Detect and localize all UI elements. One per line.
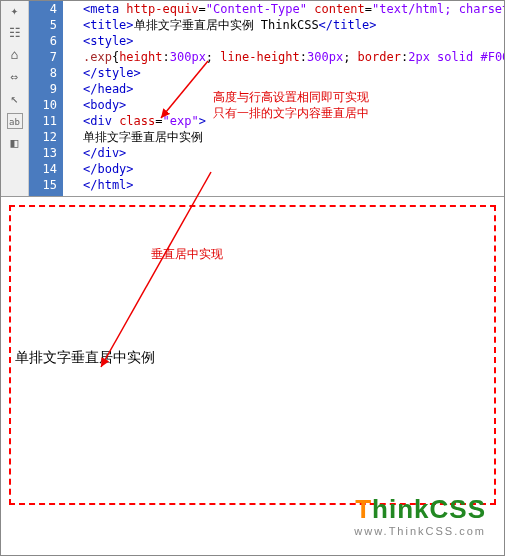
line-gutter: 4 5 6 7 8 9 10 11 12 13 14 15 [29, 1, 63, 196]
expand-icon[interactable]: ⇔ [7, 69, 23, 85]
annotation-1: 高度与行高设置相同即可实现 [213, 89, 369, 105]
exp-box: 单排文字垂直居中实例 垂直居中实现 [9, 205, 496, 505]
annotation-2: 只有一排的文字内容垂直居中 [213, 105, 369, 121]
line-num: 9 [29, 81, 57, 97]
tool-icon[interactable]: ☷ [7, 25, 23, 41]
line-num: 14 [29, 161, 57, 177]
line-num: 8 [29, 65, 57, 81]
arrow-2 [91, 167, 231, 377]
line-num: 13 [29, 145, 57, 161]
logo: ThinkCSS www.ThinkCSS.com [354, 494, 486, 537]
line-num: 11 [29, 113, 57, 129]
ab-icon[interactable]: ab [7, 113, 23, 129]
code-area[interactable]: <meta http-equiv="Content-Type" content=… [63, 1, 504, 196]
line-num: 4 [29, 1, 57, 17]
line-num: 10 [29, 97, 57, 113]
tag-icon[interactable]: ⌂ [7, 47, 23, 63]
line-num: 15 [29, 177, 57, 193]
html-icon[interactable]: ◧ [7, 135, 23, 151]
svg-line-1 [101, 172, 211, 367]
line-num: 7 [29, 49, 57, 65]
line-num: 12 [29, 129, 57, 145]
preview-pane: 单排文字垂直居中实例 垂直居中实现 ThinkCSS www.ThinkCSS.… [1, 197, 504, 555]
wand-icon[interactable]: ✦ [7, 3, 23, 19]
line-num: 5 [29, 17, 57, 33]
preview-text: 单排文字垂直居中实例 [15, 349, 155, 365]
editor-toolbar: ✦ ☷ ⌂ ⇔ ↖ ab ◧ [1, 1, 29, 196]
line-num: 6 [29, 33, 57, 49]
annotation-3: 垂直居中实现 [151, 247, 223, 261]
editor-pane: ✦ ☷ ⌂ ⇔ ↖ ab ◧ 4 5 6 7 8 9 10 11 12 13 1… [1, 1, 504, 197]
pointer-icon[interactable]: ↖ [7, 91, 23, 107]
